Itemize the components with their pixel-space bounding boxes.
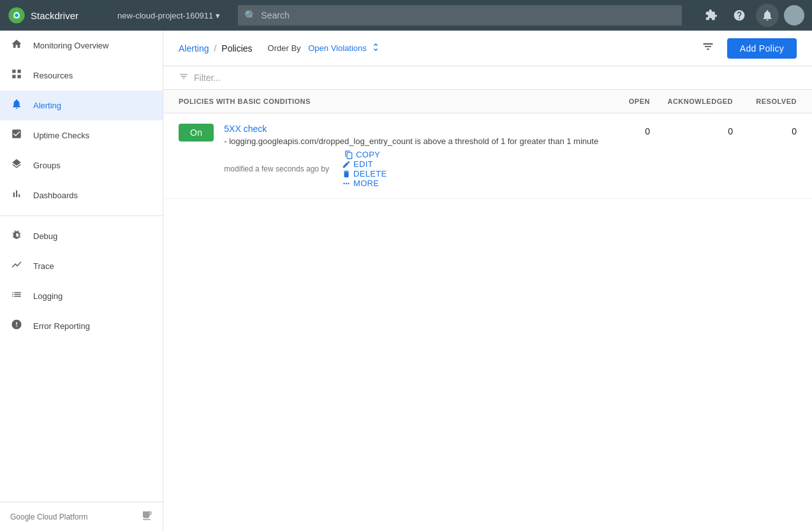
app-name: Stackdriver [31,10,78,21]
chevron-down-icon: ▾ [216,11,220,20]
add-policy-button[interactable]: Add Policy [727,38,797,59]
stackdriver-logo-icon [8,6,26,24]
breadcrumb-parent[interactable]: Alerting [179,43,209,54]
sidebar-item-logging[interactable]: Logging [0,281,163,311]
notifications-icon-btn[interactable] [756,4,779,27]
puzzle-icon [705,9,718,22]
main-content: Alerting / Policies Order By Open Violat… [163,31,812,531]
app-logo[interactable]: Stackdriver [8,6,110,24]
home-icon [10,38,23,53]
sidebar-label-uptime-checks: Uptime Checks [33,131,89,140]
search-icon: 🔍 [244,10,257,22]
policy-modified-text: modified a few seconds ago by [224,164,329,173]
alert-circle-icon [10,319,23,333]
filter-input[interactable] [194,73,797,83]
sidebar-label-resources: Resources [33,71,73,80]
search-bar: 🔍 [238,5,682,25]
policy-status: On [179,124,214,142]
help-icon-btn[interactable] [728,4,751,27]
order-by-value[interactable]: Open Violations [308,43,367,53]
more-button[interactable]: MORE [342,178,379,188]
terminal-icon[interactable] [141,510,152,523]
help-icon [733,9,746,22]
filter-icon [702,40,714,53]
policy-counts: 0 0 0 [599,124,797,136]
policy-meta: modified a few seconds ago by COPY EDIT [224,150,599,188]
project-selector[interactable]: new-cloud-project-160911 ▾ [117,11,220,20]
topbar: Stackdriver new-cloud-project-160911 ▾ 🔍 [0,0,812,31]
page-header: Alerting / Policies Order By Open Violat… [163,31,812,66]
order-by-spacer [304,43,306,53]
check-square-icon [10,128,23,143]
notifications-icon [761,9,774,22]
edit-icon [342,160,351,169]
sidebar-footer: Google Cloud Platform [0,502,163,531]
content-area: POLICIES WITH BASIC CONDITIONS OPEN ACKN… [163,90,812,531]
sidebar-item-groups[interactable]: Groups [0,150,163,180]
delete-icon [342,170,351,178]
puzzle-icon-btn[interactable] [700,4,723,27]
sidebar-item-monitoring-overview[interactable]: Monitoring Overview [0,31,163,61]
filter-bar [163,66,812,90]
sidebar-divider [0,215,163,216]
table-section-title: POLICIES WITH BASIC CONDITIONS [179,98,599,105]
order-by-label: Order By [268,43,301,53]
delete-button[interactable]: DELETE [342,169,387,178]
edit-button[interactable]: EDIT [342,159,373,169]
table-row: On 5XX check - logging.googleapis.com/dr… [163,113,812,199]
count-resolved: 0 [733,126,797,136]
sidebar-label-error-reporting: Error Reporting [33,321,90,331]
page-header-actions: Add Policy [697,35,797,61]
filter-icon-btn[interactable] [697,35,720,61]
open-count-value: 0 [645,126,650,136]
sidebar-label-logging: Logging [33,291,63,301]
count-acknowledged: 0 [650,126,733,136]
col-header-acknowledged: ACKNOWLEDGED [650,98,733,105]
list-icon [10,289,23,303]
topbar-actions [700,4,804,27]
table-section-header: POLICIES WITH BASIC CONDITIONS OPEN ACKN… [163,90,812,113]
sidebar: Monitoring Overview Resources Alerting U… [0,31,163,531]
project-name: new-cloud-project-160911 [117,11,213,20]
sidebar-item-uptime-checks[interactable]: Uptime Checks [0,120,163,150]
more-icon [342,179,351,188]
status-badge: On [179,124,214,142]
filter-bar-icon [179,71,189,84]
sidebar-item-alerting[interactable]: Alerting [0,91,163,120]
col-header-open: OPEN [599,98,650,105]
resolved-count-value: 0 [792,126,797,136]
sidebar-item-trace[interactable]: Trace [0,251,163,281]
search-input[interactable] [238,5,682,25]
activity-icon [10,259,23,273]
sidebar-item-dashboards[interactable]: Dashboards [0,180,163,210]
bar-chart-icon [10,188,23,203]
sort-arrows-icon[interactable] [371,42,381,54]
policy-description: - logging.googleapis.com/dropped_log_ent… [224,136,599,146]
svg-point-3 [15,13,18,17]
breadcrumb-separator: / [214,43,216,54]
col-header-resolved: RESOLVED [733,98,797,105]
breadcrumb-current: Policies [221,43,252,54]
policy-actions-group: COPY EDIT DELETE [342,150,394,188]
order-by-selector: Order By Open Violations [268,42,381,54]
app-layout: Monitoring Overview Resources Alerting U… [0,31,812,531]
grid-icon [10,68,23,83]
avatar[interactable] [784,5,804,25]
sidebar-label-trace: Trace [33,261,54,271]
sidebar-label-monitoring-overview: Monitoring Overview [33,41,109,50]
bell-icon [10,98,23,113]
count-open: 0 [599,126,650,136]
sidebar-item-resources[interactable]: Resources [0,61,163,91]
policy-name-link[interactable]: 5XX check [224,124,267,134]
copy-icon [344,150,353,159]
google-cloud-platform-label: Google Cloud Platform [10,513,87,521]
sidebar-label-groups: Groups [33,161,61,170]
layers-icon [10,158,23,173]
sidebar-item-debug[interactable]: Debug [0,221,163,251]
policy-info: 5XX check - logging.googleapis.com/dropp… [224,124,599,188]
sidebar-label-alerting: Alerting [33,101,61,110]
sidebar-label-debug: Debug [33,231,57,241]
sidebar-item-error-reporting[interactable]: Error Reporting [0,311,163,341]
sidebar-label-dashboards: Dashboards [33,191,78,200]
copy-button[interactable]: COPY [344,150,380,159]
